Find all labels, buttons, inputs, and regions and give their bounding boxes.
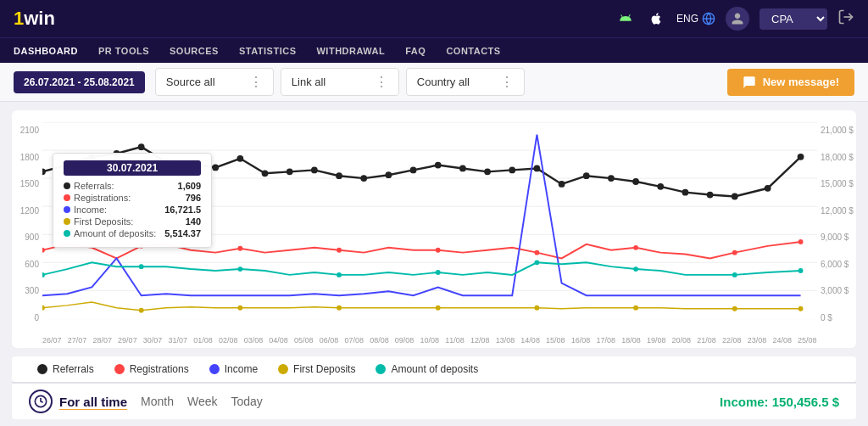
svg-point-11	[42, 168, 46, 175]
tooltip-first-deposits: First Deposits: 140	[64, 216, 201, 227]
nav-withdrawal[interactable]: WITHDRAWAL	[316, 46, 385, 56]
new-message-button[interactable]: New message!	[727, 69, 854, 96]
svg-point-19	[236, 155, 243, 162]
month-period[interactable]: Month	[141, 395, 174, 408]
country-filter[interactable]: Country all ⋮	[406, 68, 525, 96]
svg-point-54	[337, 305, 342, 311]
chart-legend: Referrals Registrations Income First Dep…	[12, 356, 856, 382]
footer-time: For all time	[29, 390, 127, 413]
svg-point-27	[435, 162, 442, 169]
svg-point-22	[311, 167, 318, 174]
header-right: ENG CPA	[615, 7, 854, 31]
svg-point-48	[633, 245, 638, 250]
legend-registrations-label: Registrations	[130, 363, 189, 375]
income-label: Income:	[720, 395, 769, 409]
tooltip-amount: Amount of deposits: 5,514.37	[64, 228, 201, 238]
svg-point-29	[484, 168, 491, 175]
legend-registrations: Registrations	[114, 363, 189, 375]
link-filter-dots: ⋮	[375, 74, 388, 90]
svg-point-39	[732, 193, 738, 200]
svg-point-34	[608, 175, 615, 182]
country-filter-dots: ⋮	[500, 74, 514, 90]
svg-point-56	[534, 305, 539, 311]
header: 1win ENG CPA	[0, 0, 868, 37]
x-axis: 26/0727/0728/0729/07 30/0731/0701/0802/0…	[42, 336, 817, 345]
legend-amount-label: Amount of deposits	[391, 363, 478, 375]
svg-point-18	[212, 165, 219, 171]
svg-point-38	[707, 192, 714, 199]
amount-dot	[64, 230, 70, 237]
logout-button[interactable]	[837, 8, 854, 30]
legend-referrals-dot	[37, 364, 47, 374]
svg-point-21	[287, 168, 293, 175]
svg-point-33	[583, 172, 590, 179]
svg-point-44	[237, 246, 242, 251]
for-all-time-label[interactable]: For all time	[59, 395, 127, 409]
legend-referrals-label: Referrals	[53, 363, 94, 375]
cpa-selector[interactable]: CPA	[760, 8, 827, 30]
apple-icon[interactable]	[646, 8, 666, 29]
svg-point-23	[336, 172, 342, 179]
svg-point-25	[385, 171, 392, 178]
new-message-label: New message!	[763, 76, 839, 88]
legend-first-deposits-label: First Deposits	[293, 363, 355, 375]
svg-point-57	[633, 305, 638, 311]
svg-point-28	[459, 165, 466, 172]
svg-point-35	[632, 178, 639, 185]
nav-statistics[interactable]: STATISTICS	[239, 46, 297, 56]
svg-point-61	[139, 264, 144, 269]
y-axis-right: 21,000 $18,000 $15,000 $12,000 $9,000 $6…	[821, 126, 854, 322]
nav-contacts[interactable]: CONTACTS	[446, 46, 500, 56]
legend-amount-dot	[376, 364, 386, 374]
svg-point-41	[798, 154, 804, 160]
date-range-picker[interactable]: 26.07.2021 - 25.08.2021	[14, 71, 145, 93]
logo: 1win	[14, 8, 55, 30]
svg-point-47	[534, 250, 539, 255]
svg-point-52	[139, 308, 144, 313]
legend-income-label: Income	[225, 363, 258, 375]
source-filter-dots: ⋮	[249, 74, 263, 90]
nav-sources[interactable]: SOURCES	[170, 46, 219, 56]
svg-point-68	[798, 268, 804, 273]
svg-point-42	[42, 248, 45, 253]
source-filter[interactable]: Source all ⋮	[155, 68, 274, 96]
android-icon[interactable]	[615, 8, 636, 29]
filter-left: 26.07.2021 - 25.08.2021 Source all ⋮ Lin…	[14, 68, 531, 96]
svg-point-15	[138, 143, 145, 150]
svg-point-32	[559, 181, 565, 188]
chart-container: 21001800150012009006003000 21,000 $18,00…	[12, 110, 856, 348]
svg-point-64	[436, 270, 441, 275]
svg-point-30	[509, 167, 515, 174]
svg-point-67	[732, 272, 737, 277]
svg-point-53	[237, 305, 242, 311]
y-axis-left: 21001800150012009006003000	[14, 126, 39, 322]
svg-point-36	[657, 183, 664, 190]
registrations-dot	[64, 194, 70, 201]
svg-point-62	[237, 266, 242, 272]
svg-point-65	[534, 260, 539, 265]
tooltip-date: 30.07.2021	[64, 160, 201, 176]
link-filter[interactable]: Link all ⋮	[281, 68, 399, 96]
today-period[interactable]: Today	[231, 395, 263, 408]
user-icon[interactable]	[726, 7, 749, 31]
main-nav: DASHBOARD PR TOOLS SOURCES STATISTICS WI…	[0, 37, 868, 63]
nav-faq[interactable]: FAQ	[405, 46, 426, 56]
svg-point-46	[436, 248, 441, 253]
source-filter-label: Source all	[166, 76, 215, 88]
svg-point-49	[732, 250, 737, 255]
svg-point-51	[42, 305, 45, 311]
svg-point-66	[633, 266, 638, 272]
svg-point-37	[682, 189, 689, 196]
svg-point-24	[360, 175, 367, 182]
referrals-dot	[64, 182, 70, 189]
nav-dashboard[interactable]: DASHBOARD	[14, 46, 78, 56]
svg-point-55	[436, 305, 441, 311]
week-period[interactable]: Week	[187, 395, 218, 408]
country-filter-label: Country all	[417, 76, 470, 88]
svg-point-20	[262, 170, 269, 177]
nav-pr-tools[interactable]: PR TOOLS	[98, 46, 149, 56]
lang-selector[interactable]: ENG	[676, 12, 715, 25]
tooltip-referrals: Referrals: 1,609	[64, 181, 201, 191]
svg-point-31	[534, 165, 541, 172]
clock-icon	[29, 390, 53, 413]
